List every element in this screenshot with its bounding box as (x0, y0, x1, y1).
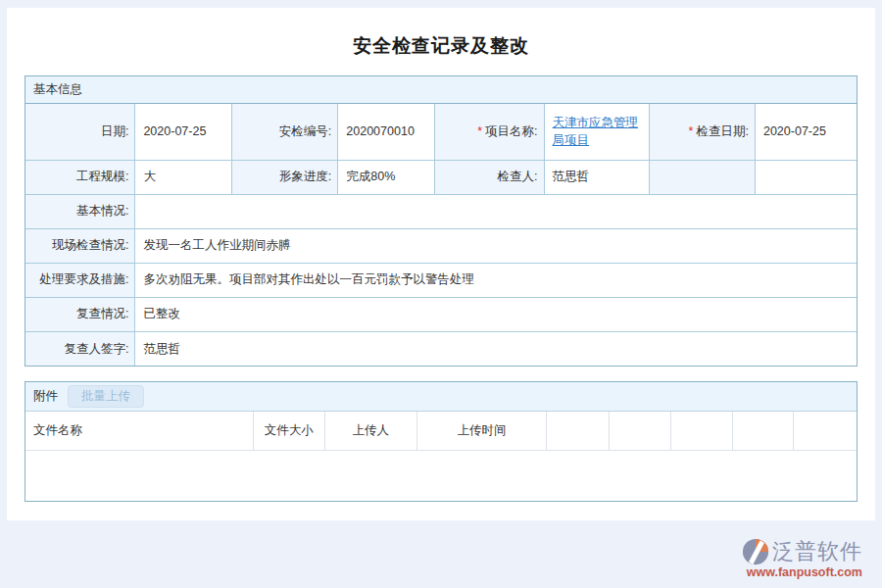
batch-upload-button[interactable]: 批量上传 (68, 385, 144, 408)
table-row: 复查人签字: 范思哲 (25, 331, 857, 366)
check-date-value: 2020-07-25 (755, 104, 857, 160)
attachments-section: 附件 批量上传 文件名称 文件大小 上传人 上传时间 (24, 381, 858, 502)
basic-info-table: 日期: 2020-07-25 安检编号: 2020070010 *项目名称: 天… (25, 104, 857, 366)
column-header-uploader: 上传人 (324, 412, 416, 450)
column-header-empty (671, 412, 733, 450)
project-name-label: *项目名称: (434, 104, 544, 160)
attachments-empty-body (25, 450, 857, 501)
brand-name: 泛普软件 (772, 537, 862, 566)
empty-value-cell (755, 160, 857, 194)
fanpusoft-logo-icon (741, 537, 770, 566)
attachments-header-row: 文件名称 文件大小 上传人 上传时间 (25, 412, 857, 450)
attachments-section-header: 附件 批量上传 (25, 382, 857, 412)
content-panel: 安全检查记录及整改 基本信息 日期: 2020-07-25 安检编号: 2020… (7, 8, 875, 520)
inspection-no-value: 2020070010 (338, 104, 434, 160)
project-name-cell: 天津市应急管理局项目 (544, 104, 650, 160)
column-header-empty (794, 412, 857, 450)
basic-situation-value (135, 194, 857, 228)
required-asterisk: * (477, 124, 482, 138)
site-inspection-label: 现场检查情况: (25, 228, 135, 263)
check-date-label: *检查日期: (650, 104, 756, 160)
project-scale-label: 工程规模: (25, 160, 135, 194)
date-value: 2020-07-25 (135, 104, 231, 160)
handling-measures-value: 多次劝阻无果。项目部对其作出处以一百元罚款予以警告处理 (135, 263, 857, 297)
inspector-value: 范思哲 (544, 160, 650, 194)
handling-measures-label: 处理要求及措施: (25, 263, 135, 297)
inspector-label: 检查人: (434, 160, 544, 194)
review-status-label: 复查情况: (25, 297, 135, 331)
review-status-value: 已整改 (135, 297, 857, 331)
attachments-empty-area (25, 450, 857, 501)
project-scale-value: 大 (135, 160, 231, 194)
column-header-empty (547, 412, 610, 450)
column-header-upload-time: 上传时间 (416, 412, 546, 450)
brand-url: www.fanpusoft.com (747, 565, 862, 579)
basic-situation-label: 基本情况: (25, 194, 135, 228)
attachments-table: 文件名称 文件大小 上传人 上传时间 (25, 412, 857, 501)
table-row: 现场检查情况: 发现一名工人作业期间赤膊 (25, 228, 857, 263)
table-row: 工程规模: 大 形象进度: 完成80% 检查人: 范思哲 (25, 160, 857, 194)
basic-info-section: 基本信息 日期: 2020-07-25 安检编号: 2020070010 *项目… (24, 75, 858, 367)
table-row: 日期: 2020-07-25 安检编号: 2020070010 *项目名称: 天… (25, 104, 857, 160)
reviewer-signature-value: 范思哲 (135, 331, 857, 366)
column-header-empty (733, 412, 794, 450)
reviewer-signature-label: 复查人签字: (25, 331, 135, 366)
column-header-empty (609, 412, 671, 450)
date-label: 日期: (25, 104, 135, 160)
required-asterisk: * (689, 124, 694, 138)
table-row: 复查情况: 已整改 (25, 297, 857, 331)
attachments-title: 附件 (33, 388, 58, 405)
site-inspection-value: 发现一名工人作业期间赤膊 (135, 228, 857, 263)
table-row: 基本情况: (25, 194, 857, 228)
table-row: 处理要求及措施: 多次劝阻无果。项目部对其作出处以一百元罚款予以警告处理 (25, 263, 857, 297)
empty-label-cell (650, 160, 756, 194)
column-header-file-size: 文件大小 (253, 412, 324, 450)
progress-label: 形象进度: (231, 160, 338, 194)
page-title: 安全检查记录及整改 (24, 33, 858, 59)
inspection-no-label: 安检编号: (231, 104, 338, 160)
basic-info-section-header: 基本信息 (25, 76, 857, 104)
footer: 泛普软件 www.fanpusoft.com (0, 537, 882, 579)
fanpusoft-logo[interactable]: 泛普软件 (741, 537, 862, 566)
progress-value: 完成80% (338, 160, 434, 194)
column-header-file-name: 文件名称 (25, 412, 253, 450)
project-name-link[interactable]: 天津市应急管理局项目 (553, 116, 639, 147)
